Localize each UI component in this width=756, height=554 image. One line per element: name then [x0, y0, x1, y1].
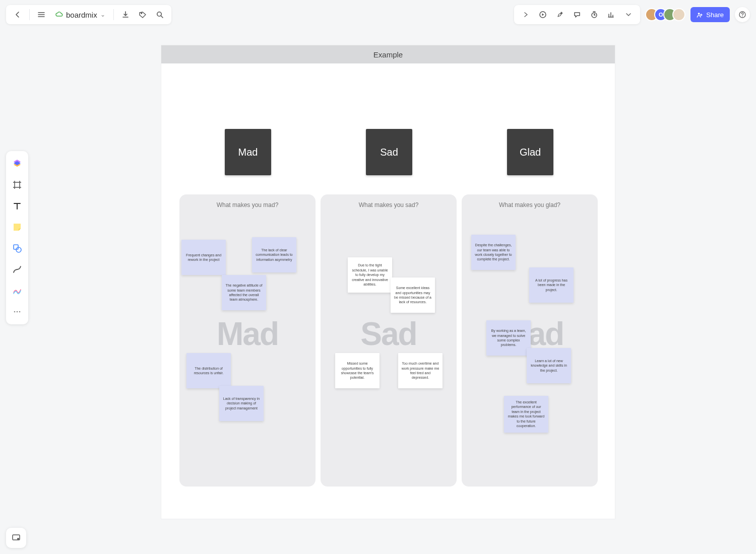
chart-button[interactable]: [603, 6, 620, 23]
sticky-note[interactable]: Missed some opportunities to fully showc…: [335, 353, 380, 388]
svg-rect-5: [14, 245, 18, 249]
timer-button[interactable]: [586, 6, 603, 23]
sticky-note[interactable]: By working as a team, we managed to solv…: [486, 320, 531, 356]
svg-point-8: [17, 311, 18, 313]
chevron-down-icon: ⌄: [100, 11, 105, 18]
column-header-glad[interactable]: Glad: [507, 129, 553, 175]
menu-button[interactable]: [33, 6, 50, 23]
back-button[interactable]: [9, 6, 26, 23]
present-button[interactable]: [534, 6, 551, 23]
sticky-note-tool[interactable]: [9, 219, 26, 236]
sticky-note[interactable]: The distribution of resources is unfair.: [186, 353, 231, 388]
canvas-title: Example: [373, 50, 403, 59]
board-title-label: boardmix: [66, 11, 97, 19]
templates-tool[interactable]: [9, 155, 26, 172]
sticky-note[interactable]: Lack of transparency in decision making …: [219, 386, 264, 421]
canvas-frame[interactable]: Example MadWhat makes you mad?MadFrequen…: [161, 45, 615, 519]
sticky-note[interactable]: The negative attitude of some team membe…: [222, 275, 266, 310]
column-header-mad[interactable]: Mad: [225, 129, 271, 175]
share-label: Share: [706, 11, 724, 19]
board-title-dropdown[interactable]: boardmix ⌄: [50, 6, 110, 23]
svg-point-9: [19, 311, 21, 313]
column-bg-text-sad: Sad: [321, 315, 457, 353]
sticky-note[interactable]: The excellent performance of our team in…: [504, 396, 548, 433]
person-plus-icon: [697, 12, 703, 18]
svg-point-11: [17, 538, 19, 540]
share-button[interactable]: Share: [690, 7, 730, 22]
column-prompt-mad: What makes you mad?: [179, 194, 316, 209]
svg-point-6: [16, 247, 21, 252]
more-tools[interactable]: [9, 303, 26, 320]
column-bg-text-mad: Mad: [179, 315, 316, 353]
expand-button[interactable]: [517, 6, 534, 23]
pen-tool[interactable]: [9, 282, 26, 299]
column-panel-sad[interactable]: What makes you sad?Sad: [321, 194, 457, 487]
more-tools-button[interactable]: [620, 6, 637, 23]
minimap-button[interactable]: [6, 528, 26, 548]
svg-point-7: [14, 311, 16, 313]
text-tool[interactable]: [9, 197, 26, 215]
sticky-note[interactable]: Due to the tight schedule, I was unable …: [348, 257, 392, 293]
sticky-note[interactable]: Frequent changes and rework in the proje…: [181, 240, 226, 275]
help-button[interactable]: [735, 7, 750, 22]
connector-tool[interactable]: [9, 261, 26, 278]
search-button[interactable]: [151, 6, 168, 23]
comment-button[interactable]: [569, 6, 586, 23]
topbar-left: boardmix ⌄: [6, 5, 171, 24]
topbar-tools: [514, 5, 640, 24]
sticky-note[interactable]: Too much overtime and work pressure make…: [398, 353, 443, 388]
avatar[interactable]: [672, 8, 685, 21]
svg-point-3: [698, 13, 700, 15]
topbar-right: O Share: [514, 5, 750, 24]
column-header-sad[interactable]: Sad: [366, 129, 412, 175]
column-prompt-glad: What makes you glad?: [462, 194, 598, 209]
left-toolbar: [6, 151, 28, 324]
sticky-note[interactable]: Despite the challenges, our team was abl…: [471, 235, 516, 270]
download-button[interactable]: [117, 6, 134, 23]
sparkle-button[interactable]: [551, 6, 569, 23]
frame-tool[interactable]: [9, 176, 26, 193]
board-area[interactable]: MadWhat makes you mad?MadFrequent change…: [161, 63, 615, 519]
tag-button[interactable]: [134, 6, 151, 23]
column-prompt-sad: What makes you sad?: [321, 194, 457, 209]
canvas-title-bar: Example: [161, 45, 615, 63]
sticky-note[interactable]: Some excellent ideas and opportunities m…: [391, 278, 435, 313]
cloud-icon: [55, 11, 63, 19]
sticky-note[interactable]: Learn a lot of new knowledge and skills …: [527, 348, 571, 383]
sticky-note[interactable]: A lot of progress has been made in the p…: [529, 267, 574, 303]
sticky-note[interactable]: The lack of clear communication leads to…: [252, 237, 296, 272]
shape-tool[interactable]: [9, 240, 26, 257]
collaborator-avatars[interactable]: O: [645, 8, 685, 21]
